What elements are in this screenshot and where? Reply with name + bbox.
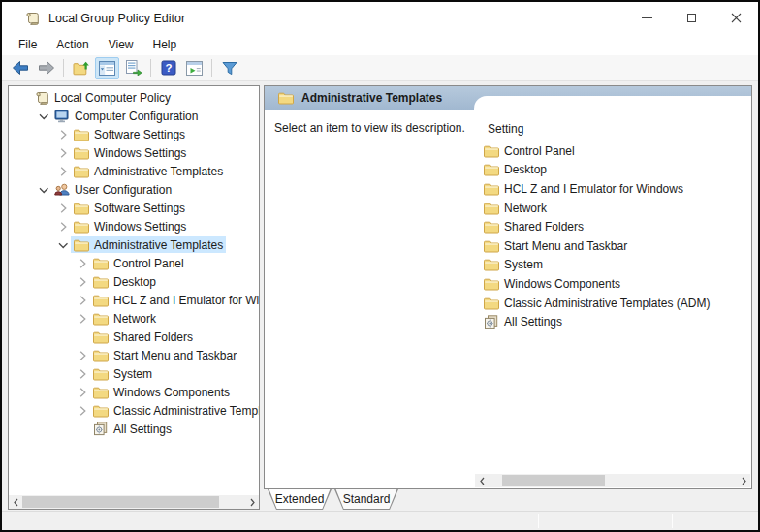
tab-extended[interactable]: Extended [268,489,332,510]
console-tree-button[interactable] [95,57,119,79]
tree-node[interactable]: Classic Administrative Templates (ADM) [90,402,260,419]
tree-node[interactable]: Start Menu and Taskbar [90,347,239,363]
tree-item-local-computer-policy[interactable]: Local Computer Policy [9,88,259,107]
chevron-right-icon[interactable] [75,293,90,308]
help-button[interactable]: ? [156,57,180,79]
chevron-right-icon[interactable] [55,127,71,142]
tree-node[interactable]: All Settings [90,421,174,437]
chevron-right-icon[interactable] [75,348,90,363]
tree-item-label: Windows Settings [94,146,186,160]
forward-arrow-button[interactable] [34,57,58,79]
list-item-start-menu-and-taskbar[interactable]: Start Menu and Taskbar [484,236,749,256]
tree-item-administrative-templates[interactable]: Administrative Templates [9,235,259,254]
tree-item-desktop[interactable]: Desktop [9,272,259,291]
tree-item-software-settings[interactable]: Software Settings [9,199,259,217]
tree-item-user-configuration[interactable]: User Configuration [9,180,259,199]
tree-node[interactable]: Administrative Templates [71,236,226,253]
tab-label: Standard [334,492,398,506]
tree-node[interactable]: Windows Settings [71,218,189,235]
tree-item-computer-configuration[interactable]: Computer Configuration [9,107,259,125]
scrollbar-track[interactable] [22,495,245,509]
back-arrow-button[interactable] [8,57,32,79]
chevron-right-icon[interactable] [75,366,90,382]
toolbar-separator [211,59,212,77]
list-item-all-settings[interactable]: All Settings [484,312,749,331]
tree-horizontal-scrollbar[interactable] [9,495,259,509]
tree-item-control-panel[interactable]: Control Panel [9,254,259,272]
list-item-shared-folders[interactable]: Shared Folders [484,217,749,236]
tree-node[interactable]: User Configuration [51,181,174,198]
tree-item-windows-settings[interactable]: Windows Settings [9,217,259,235]
chevron-right-icon[interactable] [75,385,90,400]
show-pane-icon [186,61,203,76]
chevron-right-icon[interactable] [75,256,90,271]
tree-item-classic-administrative-templates-adm[interactable]: Classic Administrative Templates (ADM) [9,401,259,420]
tree-node[interactable]: System [90,365,155,382]
minimize-button[interactable] [624,2,669,34]
tree-item-start-menu-and-taskbar[interactable]: Start Menu and Taskbar [9,346,259,364]
list-item-control-panel[interactable]: Control Panel [484,141,749,161]
tree-item-system[interactable]: System [9,364,259,383]
scroll-right-icon[interactable] [245,495,259,509]
list-item-classic-administrative-templates-adm[interactable]: Classic Administrative Templates (ADM) [484,294,749,313]
settings-horizontal-scrollbar[interactable] [475,474,750,487]
scrollbar-track[interactable] [489,474,737,487]
tab-standard[interactable]: Standard [334,489,398,510]
menu-action[interactable]: Action [47,36,98,53]
show-pane-button[interactable] [182,57,206,79]
menu-help[interactable]: Help [143,36,187,53]
tree-node[interactable]: Software Settings [71,126,188,142]
chevron-down-icon[interactable] [36,109,51,124]
tree-node[interactable]: Local Computer Policy [32,89,174,106]
tree-item-windows-settings[interactable]: Windows Settings [9,143,259,162]
tree-item-windows-components[interactable]: Windows Components [9,383,259,401]
scroll-right-icon[interactable] [737,474,750,487]
chevron-right-icon[interactable] [55,145,71,161]
menu-file[interactable]: File [9,36,47,53]
list-item-hcl-z-and-i-emulator-for-windows[interactable]: HCL Z and I Emulator for Windows [484,179,749,199]
chevron-right-icon[interactable] [55,164,71,179]
maximize-button[interactable] [669,2,713,34]
scroll-left-icon[interactable] [475,474,489,487]
list-item-desktop[interactable]: Desktop [484,161,749,180]
folder-icon [484,277,499,291]
chevron-right-icon[interactable] [75,403,90,419]
list-item-windows-components[interactable]: Windows Components [484,274,749,294]
tree-item-network[interactable]: Network [9,309,259,328]
tree-node[interactable]: HCL Z and I Emulator for Windows [90,292,260,308]
tree-node[interactable]: Network [90,310,159,327]
scroll-left-icon[interactable] [9,495,22,509]
tree-node[interactable]: Computer Configuration [51,108,201,124]
tree-item-administrative-templates[interactable]: Administrative Templates [9,162,259,180]
filter-button[interactable] [217,57,241,79]
tree-node[interactable]: Shared Folders [90,329,196,345]
tree-node[interactable]: Software Settings [71,200,188,216]
tree-node[interactable]: Windows Settings [71,144,189,161]
chevron-down-icon[interactable] [36,182,51,198]
tree-item-shared-folders[interactable]: Shared Folders [9,328,259,346]
list-item-system[interactable]: System [484,256,749,275]
chevron-right-icon[interactable] [55,219,71,235]
view-tabs: ExtendedStandard [268,489,401,511]
tree-node[interactable]: Desktop [90,273,159,290]
tree-node[interactable]: Control Panel [90,255,187,271]
chevron-right-icon[interactable] [75,274,90,290]
scrollbar-thumb[interactable] [22,496,219,508]
list-item-network[interactable]: Network [484,199,749,218]
tree-node[interactable]: Windows Components [90,384,233,400]
setting-column-header[interactable]: Setting [488,122,523,136]
chevron-right-icon[interactable] [55,201,71,216]
up-folder-button[interactable] [69,57,93,79]
tree-node[interactable]: Administrative Templates [71,163,226,179]
chevron-right-icon[interactable] [75,311,90,327]
menu-view[interactable]: View [99,36,143,53]
tree-item-label: Software Settings [94,202,185,215]
chevron-down-icon[interactable] [55,237,71,253]
tree-item-all-settings[interactable]: All Settings [9,420,259,438]
export-list-button[interactable] [121,57,145,79]
tree-item-software-settings[interactable]: Software Settings [9,125,259,143]
tree-item-hcl-z-and-i-emulator-for-windows[interactable]: HCL Z and I Emulator for Windows [9,291,259,309]
scrollbar-thumb[interactable] [502,475,605,486]
close-button[interactable] [713,2,758,34]
all-settings-icon [93,422,109,436]
